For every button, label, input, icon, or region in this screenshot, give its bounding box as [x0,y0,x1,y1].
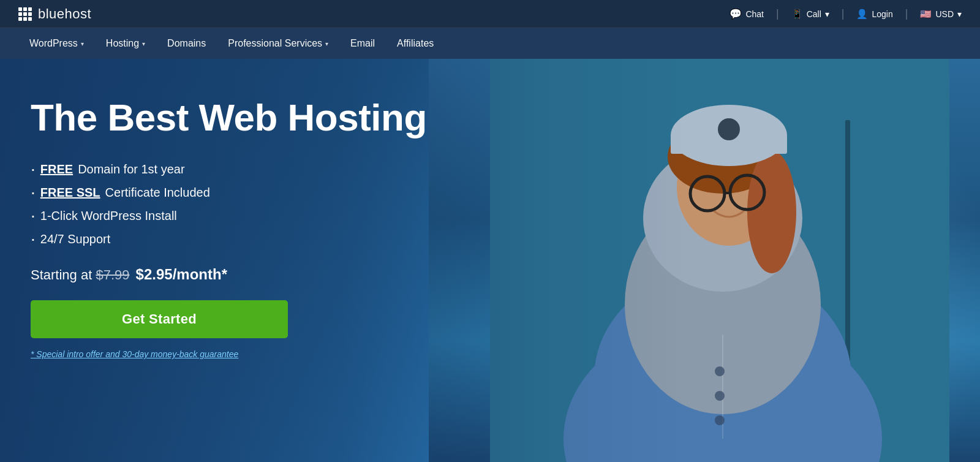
chat-label: Chat [745,9,764,19]
currency-link[interactable]: USD ▾ [920,9,962,20]
nav-label-affiliates: Affiliates [397,38,434,49]
nav-item-professional-services[interactable]: Professional Services ▾ [217,28,339,59]
nav-item-hosting[interactable]: Hosting ▾ [95,28,156,59]
hero-disclaimer[interactable]: * Special intro offer and 30-day money-b… [31,349,459,359]
feature-item-3: 1-Click WordPress Install [31,207,459,224]
divider-1: | [776,7,779,20]
top-bar: bluehost Chat | Call ▾ | Login | USD ▾ [0,0,980,28]
hero-section: The Best Web Hosting FREE Domain for 1st… [0,59,980,462]
pricing-starting-label: Starting at [31,267,92,282]
logo-grid-icon [18,7,32,21]
feature-item-1: FREE Domain for 1st year [31,161,459,178]
nav-label-wordpress: WordPress [29,38,78,49]
feature-free-domain-bold: FREE [40,162,73,176]
nav-item-affiliates[interactable]: Affiliates [386,28,445,59]
feature-item-4: 24/7 Support [31,230,459,248]
chat-link[interactable]: Chat [729,8,764,20]
nav-item-domains[interactable]: Domains [156,28,217,59]
login-icon [856,9,868,20]
divider-2: | [842,7,845,20]
divider-3: | [905,7,908,20]
call-link[interactable]: Call ▾ [791,9,829,20]
nav-label-hosting: Hosting [106,38,139,49]
nav-item-wordpress[interactable]: WordPress ▾ [18,28,95,59]
currency-label: USD [935,9,954,19]
currency-chevron-icon: ▾ [957,9,962,19]
wordpress-chevron-icon: ▾ [81,40,84,47]
logo-text[interactable]: bluehost [38,6,91,22]
hero-features-list: FREE Domain for 1st year FREE SSL Certif… [31,161,459,248]
call-icon [791,9,803,20]
nav-label-professional-services: Professional Services [228,38,322,49]
get-started-button[interactable]: Get Started [31,300,288,338]
login-label: Login [872,9,892,19]
hero-title: The Best Web Hosting [31,96,459,139]
currency-flag-icon [920,9,932,20]
feature-support-text: 24/7 Support [40,232,111,246]
feature-wordpress-text: 1-Click WordPress Install [40,209,177,223]
feature-free-domain-text: Domain for 1st year [78,162,185,176]
professional-services-chevron-icon: ▾ [325,40,328,47]
nav-item-email[interactable]: Email [339,28,386,59]
call-label: Call [807,9,821,19]
nav-label-domains: Domains [167,38,206,49]
price-old: $7.99 [96,267,129,282]
feature-free-ssl-text: Certificate Included [105,186,210,200]
hosting-chevron-icon: ▾ [142,40,145,47]
top-bar-right: Chat | Call ▾ | Login | USD ▾ [729,7,962,20]
feature-item-2: FREE SSL Certificate Included [31,184,459,201]
nav-label-email: Email [350,38,375,49]
call-chevron-icon: ▾ [825,9,829,19]
login-link[interactable]: Login [856,9,892,20]
hero-pricing: Starting at $7.99 $2.95/month* [31,266,459,283]
main-nav: WordPress ▾ Hosting ▾ Domains Profession… [0,28,980,59]
chat-icon [729,8,742,20]
feature-free-ssl-bold: FREE SSL [40,186,100,200]
price-new: $2.95/month* [136,266,227,282]
hero-content: The Best Web Hosting FREE Domain for 1st… [31,96,459,359]
logo-area[interactable]: bluehost [18,6,91,22]
